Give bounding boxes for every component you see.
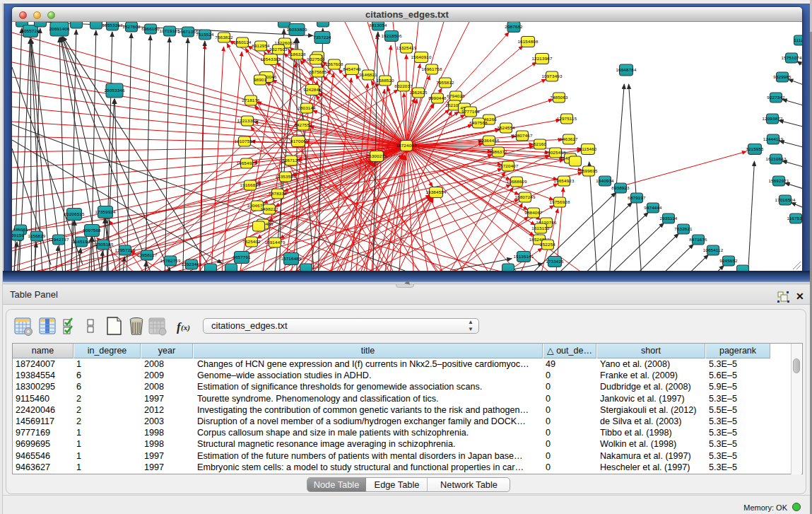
svg-text:2718176: 2718176 [242, 98, 260, 103]
svg-text:16033809: 16033809 [286, 27, 307, 32]
svg-text:9777169: 9777169 [461, 109, 480, 114]
svg-text:9699695: 9699695 [579, 168, 598, 173]
svg-text:417006: 417006 [290, 139, 306, 144]
svg-text:19384554: 19384554 [425, 189, 446, 194]
svg-text:9327506: 9327506 [307, 57, 325, 62]
svg-text:3624554: 3624554 [497, 125, 515, 130]
svg-text:1527602: 1527602 [122, 24, 141, 29]
svg-text:2087682: 2087682 [505, 24, 523, 29]
svg-text:1145194: 1145194 [72, 239, 90, 244]
svg-text:9097568: 9097568 [83, 228, 101, 233]
svg-text:8454749: 8454749 [343, 66, 361, 71]
svg-text:3215955: 3215955 [746, 146, 764, 151]
svg-text:1167533: 1167533 [787, 216, 802, 221]
svg-text:10025458: 10025458 [545, 150, 565, 155]
svg-text:9463627: 9463627 [560, 136, 578, 141]
svg-text:6497568: 6497568 [469, 120, 488, 125]
svg-text:18807249: 18807249 [514, 194, 535, 199]
svg-text:8471676: 8471676 [689, 237, 707, 242]
svg-text:9884067: 9884067 [524, 210, 543, 215]
svg-text:17016504: 17016504 [775, 197, 795, 202]
svg-text:62160: 62160 [534, 141, 547, 146]
svg-text:9146821: 9146821 [359, 72, 377, 77]
svg-text:19166829: 19166829 [240, 182, 260, 187]
svg-text:15640910: 15640910 [411, 54, 431, 59]
svg-text:25300275: 25300275 [366, 153, 387, 158]
svg-text:2367608: 2367608 [325, 62, 343, 66]
svg-text:15716485: 15716485 [281, 256, 301, 261]
svg-text:12505185: 12505185 [93, 242, 113, 247]
svg-text:13325419: 13325419 [396, 45, 416, 50]
svg-text:12213369: 12213369 [237, 118, 257, 123]
svg-text:17359924: 17359924 [95, 209, 115, 214]
svg-text:10807467: 10807467 [512, 133, 532, 138]
svg-text:8878334: 8878334 [269, 191, 287, 196]
svg-text:8427552: 8427552 [294, 122, 312, 127]
svg-text:9657791: 9657791 [233, 255, 251, 259]
svg-text:16914479: 16914479 [264, 240, 285, 245]
svg-text:10973493: 10973493 [541, 74, 562, 78]
svg-text:12975115: 12975115 [557, 116, 577, 121]
svg-text:9474444: 9474444 [644, 205, 662, 210]
svg-text:11121: 11121 [794, 37, 802, 42]
svg-text:12923446: 12923446 [181, 262, 201, 267]
svg-text:39159: 39159 [12, 233, 24, 238]
svg-text:1640934: 1640934 [596, 178, 614, 183]
svg-text:9327503: 9327503 [269, 47, 288, 52]
svg-text:9115460: 9115460 [579, 146, 596, 151]
svg-text:8813054: 8813054 [369, 23, 387, 28]
svg-text:1362625: 1362625 [409, 90, 428, 95]
svg-text:7955812: 7955812 [436, 80, 454, 85]
svg-text:8912954: 8912954 [252, 43, 270, 48]
svg-text:252254: 252254 [540, 242, 555, 247]
svg-text:7515524: 7515524 [196, 32, 214, 37]
svg-text:10543382: 10543382 [260, 57, 281, 62]
svg-text:12093872: 12093872 [762, 116, 782, 121]
svg-text:98901: 98901 [254, 77, 267, 82]
svg-text:19756928: 19756928 [549, 199, 570, 204]
svg-text:4055724: 4055724 [21, 28, 40, 33]
svg-text:9242848: 9242848 [303, 87, 322, 92]
svg-text:20206515: 20206515 [64, 211, 84, 216]
svg-text:16961758: 16961758 [421, 66, 442, 71]
svg-text:(x): (x) [181, 323, 190, 332]
svg-text:2803144: 2803144 [298, 105, 316, 110]
svg-text:10654112: 10654112 [703, 247, 724, 252]
svg-text:12942737: 12942737 [48, 237, 69, 242]
svg-text:6879197: 6879197 [628, 195, 646, 200]
svg-text:8675685: 8675685 [309, 69, 327, 74]
svg-text:15136141: 15136141 [513, 254, 534, 259]
svg-text:6966160: 6966160 [141, 26, 160, 31]
svg-text:8267130: 8267130 [282, 158, 300, 163]
svg-text:9329965: 9329965 [773, 74, 792, 79]
svg-text:7357224: 7357224 [313, 35, 331, 40]
svg-text:7485063: 7485063 [550, 95, 568, 100]
svg-text:19218506: 19218506 [381, 33, 401, 38]
svg-text:16648784: 16648784 [616, 67, 636, 72]
svg-text:12213967: 12213967 [531, 56, 552, 61]
svg-text:9245652: 9245652 [719, 258, 738, 263]
svg-text:20364436: 20364436 [478, 138, 499, 143]
svg-text:17957225: 17957225 [114, 247, 135, 252]
svg-text:1733426: 1733426 [546, 259, 564, 264]
svg-text:16782759: 16782759 [160, 258, 180, 263]
svg-text:10107553: 10107553 [234, 139, 254, 144]
svg-text:7986372: 7986372 [489, 149, 507, 154]
svg-text:12444119: 12444119 [763, 136, 784, 141]
svg-text:20691406: 20691406 [49, 26, 69, 31]
svg-text:19654923: 19654923 [236, 160, 257, 165]
svg-text:15751074: 15751074 [781, 55, 801, 60]
svg-text:7632621: 7632621 [674, 226, 693, 231]
svg-text:10553267: 10553267 [102, 23, 122, 28]
svg-text:2935114: 2935114 [659, 216, 677, 221]
svg-text:8322037: 8322037 [394, 83, 413, 88]
svg-text:8186328: 8186328 [288, 52, 306, 57]
svg-text:8860124: 8860124 [233, 40, 252, 45]
svg-text:1588520: 1588520 [376, 78, 394, 83]
svg-text:12353594: 12353594 [275, 174, 295, 179]
svg-text:1498222: 1498222 [260, 206, 278, 211]
svg-text:1615152: 1615152 [531, 226, 550, 230]
svg-text:8938923: 8938923 [611, 185, 630, 190]
svg-text:9227342: 9227342 [767, 95, 785, 100]
svg-text:19654923: 19654923 [553, 178, 574, 183]
